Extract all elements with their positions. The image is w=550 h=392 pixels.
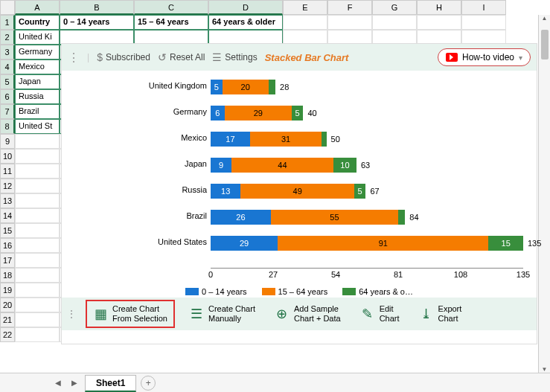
row-header[interactable]: 14 (0, 208, 15, 223)
cell[interactable] (461, 15, 506, 30)
cell[interactable] (327, 15, 372, 30)
reset-all-button[interactable]: ↺ Reset All (158, 51, 205, 63)
cell[interactable] (327, 30, 372, 45)
row-header[interactable]: 1 (0, 15, 15, 30)
cell[interactable]: Brazil (15, 104, 60, 119)
row-header[interactable]: 11 (0, 164, 15, 179)
cell[interactable] (15, 283, 60, 298)
cell[interactable]: United St (15, 119, 60, 134)
cell[interactable] (372, 30, 417, 45)
cell[interactable] (417, 15, 461, 30)
row-header[interactable]: 18 (0, 268, 15, 283)
cell[interactable] (15, 179, 60, 193)
bar-segment: 5 (292, 106, 304, 121)
sheet-next-icon[interactable]: ▶ (68, 379, 80, 387)
column-header-D[interactable]: D (208, 0, 283, 15)
cell[interactable]: Germany (15, 45, 60, 60)
bar-segment: 49 (240, 184, 354, 199)
panel-menu-icon[interactable]: ⋮ (68, 51, 80, 65)
column-header-F[interactable]: F (327, 0, 372, 15)
sheet-tab-sheet1[interactable]: Sheet1 (85, 375, 136, 392)
bar-segment: 10 (333, 158, 356, 173)
row-header[interactable]: 16 (0, 238, 15, 253)
column-header-G[interactable]: G (372, 0, 417, 15)
column-header-C[interactable]: C (134, 0, 208, 15)
create-from-selection-button[interactable]: ▦Create ChartFrom Selection (86, 300, 175, 327)
bar-segment: 31 (250, 132, 322, 147)
cell[interactable]: United Ki (15, 30, 60, 45)
cell[interactable] (60, 30, 134, 45)
cell[interactable] (15, 208, 60, 223)
cell[interactable] (134, 30, 208, 45)
export-chart-button[interactable]: ⤓ExportChart (414, 302, 467, 325)
row-header[interactable]: 15 (0, 223, 15, 238)
add-sample-button[interactable]: ⊕Add SampleChart + Data (269, 302, 346, 325)
cell[interactable] (15, 223, 60, 238)
cell[interactable] (15, 327, 60, 342)
create-manually-icon: ☰ (189, 306, 204, 321)
cell[interactable] (15, 298, 60, 312)
row-header[interactable]: 17 (0, 253, 15, 268)
row-header[interactable]: 13 (0, 193, 15, 208)
export-chart-icon: ⤓ (419, 306, 434, 321)
bar-segment: 17 (211, 132, 250, 147)
column-header-A[interactable]: A (15, 0, 60, 15)
cell[interactable]: Mexico (15, 60, 60, 74)
row-header[interactable]: 4 (0, 60, 15, 74)
cell[interactable] (283, 15, 327, 30)
cell[interactable] (15, 253, 60, 268)
create-manually-button[interactable]: ☰Create ChartManually (184, 302, 260, 325)
scroll-down-icon[interactable]: ▼ (542, 366, 548, 373)
cell[interactable]: Japan (15, 74, 60, 89)
select-all-corner[interactable] (0, 0, 15, 15)
row-header[interactable]: 5 (0, 74, 15, 89)
edit-chart-button[interactable]: ✎EditChart (355, 302, 405, 325)
add-sheet-button[interactable]: + (141, 376, 156, 391)
cell[interactable]: 64 years & older (208, 15, 283, 30)
column-header-H[interactable]: H (417, 0, 461, 15)
cell[interactable] (461, 30, 506, 45)
row-header[interactable]: 19 (0, 283, 15, 298)
row-header[interactable]: 9 (0, 134, 15, 149)
cell[interactable] (15, 193, 60, 208)
cell[interactable]: 15 – 64 years (134, 15, 208, 30)
row-header[interactable]: 12 (0, 179, 15, 193)
bar-row: 1349567 (211, 184, 380, 199)
row-header[interactable]: 7 (0, 104, 15, 119)
cell[interactable] (15, 268, 60, 283)
column-header-I[interactable]: I (461, 0, 506, 15)
cell[interactable] (15, 149, 60, 164)
cell[interactable]: 0 – 14 years (60, 15, 134, 30)
how-to-video-button[interactable]: How-to video ▾ (438, 48, 531, 66)
cell[interactable] (15, 312, 60, 327)
button-label: Create ChartFrom Selection (112, 304, 167, 323)
cell[interactable] (372, 15, 417, 30)
bottom-menu-icon[interactable]: ⋮ (66, 308, 77, 320)
row-header[interactable]: 8 (0, 119, 15, 134)
cell[interactable] (417, 30, 461, 45)
subscribed-button[interactable]: $ Subscribed (97, 51, 150, 63)
cell[interactable] (15, 164, 60, 179)
row-header[interactable]: 2 (0, 30, 15, 45)
column-header-E[interactable]: E (283, 0, 327, 15)
sheet-prev-icon[interactable]: ◀ (52, 379, 64, 387)
column-header-B[interactable]: B (60, 0, 134, 15)
cell[interactable] (208, 30, 283, 45)
bar-total-label: 67 (370, 187, 379, 196)
row-header[interactable]: 22 (0, 327, 15, 342)
row-header[interactable]: 6 (0, 89, 15, 104)
row-header[interactable]: 20 (0, 298, 15, 312)
cell[interactable]: Country (15, 15, 60, 30)
row-header[interactable]: 10 (0, 149, 15, 164)
row-header[interactable]: 21 (0, 312, 15, 327)
bar-segment: 5 (354, 184, 366, 199)
cell[interactable]: Russia (15, 89, 60, 104)
settings-button[interactable]: ☰ Settings (212, 51, 257, 63)
cell[interactable] (15, 134, 60, 149)
row-header[interactable]: 3 (0, 45, 15, 60)
scroll-up-icon[interactable]: ▲ (542, 15, 548, 22)
cell[interactable] (283, 30, 327, 45)
vertical-scrollbar[interactable]: ▲ ▼ (538, 15, 550, 373)
scrollbar-thumb[interactable] (541, 30, 549, 60)
cell[interactable] (15, 238, 60, 253)
